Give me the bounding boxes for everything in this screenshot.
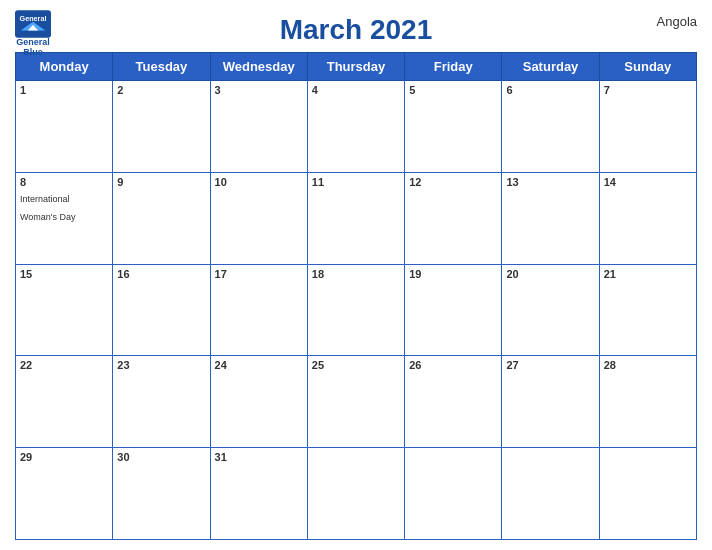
week-row-5: 293031: [16, 448, 697, 540]
day-number: 16: [117, 268, 205, 280]
day-number: 6: [506, 84, 594, 96]
calendar-cell: 24: [210, 356, 307, 448]
calendar-cell: 2: [113, 81, 210, 173]
calendar-cell: 17: [210, 264, 307, 356]
calendar-header: General General Blue March 2021 Angola: [15, 10, 697, 46]
calendar-cell: 10: [210, 172, 307, 264]
svg-text:General: General: [20, 14, 47, 23]
calendar-cell: 6: [502, 81, 599, 173]
calendar-cell: 4: [307, 81, 404, 173]
calendar-cell: 28: [599, 356, 696, 448]
calendar-cell: 26: [405, 356, 502, 448]
event-text: International Woman's Day: [20, 194, 76, 222]
logo-text-line2: Blue: [23, 48, 43, 58]
calendar-cell: 23: [113, 356, 210, 448]
weekday-header-friday: Friday: [405, 53, 502, 81]
calendar-page: General General Blue March 2021 Angola M…: [0, 0, 712, 550]
day-number: 24: [215, 359, 303, 371]
day-number: 19: [409, 268, 497, 280]
day-number: 17: [215, 268, 303, 280]
calendar-cell: 30: [113, 448, 210, 540]
calendar-cell: 22: [16, 356, 113, 448]
week-row-1: 1234567: [16, 81, 697, 173]
day-number: 4: [312, 84, 400, 96]
day-number: 10: [215, 176, 303, 188]
weekday-header-row: MondayTuesdayWednesdayThursdayFridaySatu…: [16, 53, 697, 81]
day-number: 27: [506, 359, 594, 371]
day-number: 18: [312, 268, 400, 280]
day-number: 29: [20, 451, 108, 463]
day-number: 20: [506, 268, 594, 280]
day-number: 3: [215, 84, 303, 96]
calendar-cell: 29: [16, 448, 113, 540]
calendar-cell: 19: [405, 264, 502, 356]
day-number: 5: [409, 84, 497, 96]
calendar-cell: 21: [599, 264, 696, 356]
calendar-cell: 12: [405, 172, 502, 264]
day-number: 31: [215, 451, 303, 463]
calendar-cell: 7: [599, 81, 696, 173]
weekday-header-saturday: Saturday: [502, 53, 599, 81]
day-number: 22: [20, 359, 108, 371]
calendar-cell: [307, 448, 404, 540]
calendar-cell: 14: [599, 172, 696, 264]
generalblue-logo: General General Blue: [15, 10, 51, 58]
calendar-title: March 2021: [280, 14, 433, 46]
calendar-cell: 16: [113, 264, 210, 356]
weekday-header-thursday: Thursday: [307, 53, 404, 81]
day-number: 25: [312, 359, 400, 371]
weekday-header-wednesday: Wednesday: [210, 53, 307, 81]
calendar-cell: 31: [210, 448, 307, 540]
week-row-4: 22232425262728: [16, 356, 697, 448]
calendar-cell: 9: [113, 172, 210, 264]
day-number: 30: [117, 451, 205, 463]
calendar-cell: [502, 448, 599, 540]
day-number: 14: [604, 176, 692, 188]
calendar-cell: 25: [307, 356, 404, 448]
calendar-cell: 15: [16, 264, 113, 356]
weekday-header-sunday: Sunday: [599, 53, 696, 81]
calendar-cell: 1: [16, 81, 113, 173]
day-number: 26: [409, 359, 497, 371]
calendar-cell: 27: [502, 356, 599, 448]
day-number: 12: [409, 176, 497, 188]
day-number: 13: [506, 176, 594, 188]
day-number: 28: [604, 359, 692, 371]
calendar-table: MondayTuesdayWednesdayThursdayFridaySatu…: [15, 52, 697, 540]
calendar-cell: 13: [502, 172, 599, 264]
day-number: 23: [117, 359, 205, 371]
calendar-cell: 3: [210, 81, 307, 173]
day-number: 8: [20, 176, 108, 188]
day-number: 15: [20, 268, 108, 280]
country-label: Angola: [657, 14, 697, 29]
calendar-cell: 8International Woman's Day: [16, 172, 113, 264]
calendar-cell: 5: [405, 81, 502, 173]
day-number: 2: [117, 84, 205, 96]
week-row-2: 8International Woman's Day91011121314: [16, 172, 697, 264]
calendar-cell: [599, 448, 696, 540]
calendar-cell: 20: [502, 264, 599, 356]
day-number: 11: [312, 176, 400, 188]
day-number: 21: [604, 268, 692, 280]
week-row-3: 15161718192021: [16, 264, 697, 356]
weekday-header-tuesday: Tuesday: [113, 53, 210, 81]
calendar-cell: 11: [307, 172, 404, 264]
day-number: 1: [20, 84, 108, 96]
day-number: 7: [604, 84, 692, 96]
calendar-cell: 18: [307, 264, 404, 356]
day-number: 9: [117, 176, 205, 188]
calendar-cell: [405, 448, 502, 540]
